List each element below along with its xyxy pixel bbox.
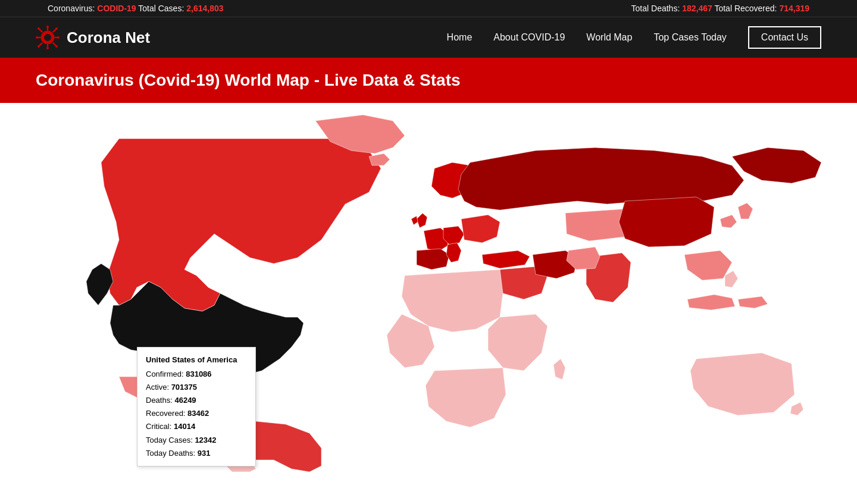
tooltip-critical-value: 14014 [174, 422, 195, 431]
tooltip-recovered-value: 83462 [187, 409, 209, 418]
indonesia2-path[interactable] [738, 296, 768, 308]
nav-topcases[interactable]: Top Cases Today [653, 32, 726, 43]
tooltip-today-cases: Today Cases: 12342 [146, 434, 247, 447]
tooltip-today-deaths-value: 931 [198, 449, 211, 458]
ticker-left: Coronavirus: CODID-19 Total Cases: 2,614… [48, 4, 224, 13]
page-title: Coronavirus (Covid-19) World Map - Live … [36, 71, 821, 90]
svg-point-3 [46, 26, 49, 28]
southern-africa-path[interactable] [426, 368, 506, 427]
country-tooltip: United States of America Confirmed: 8310… [137, 347, 256, 467]
tooltip-active: Active: 701375 [146, 381, 247, 394]
nav-home[interactable]: Home [447, 32, 473, 43]
japan-path[interactable] [738, 203, 753, 219]
tooltip-confirmed-value: 831086 [186, 370, 211, 378]
eastern-europe-path[interactable] [461, 215, 500, 243]
ticker-total-cases-value: 2,614,803 [186, 4, 223, 13]
russia-east-path[interactable] [732, 148, 821, 183]
tooltip-country-name: United States of America [146, 353, 247, 367]
ireland-path[interactable] [411, 216, 418, 225]
world-map-container: United States of America Confirmed: 8310… [0, 103, 857, 472]
svg-point-11 [37, 27, 40, 30]
alaska-path [86, 264, 113, 305]
germany-path[interactable] [443, 226, 464, 245]
tooltip-confirmed: Confirmed: 831086 [146, 368, 247, 381]
tooltip-active-value: 701375 [171, 383, 197, 392]
tooltip-critical: Critical: 14014 [146, 420, 247, 433]
tooltip-today-deaths: Today Deaths: 931 [146, 447, 247, 460]
madagascar-path[interactable] [553, 359, 565, 380]
australia-path[interactable] [690, 353, 795, 415]
italy-path[interactable] [446, 243, 461, 262]
ticker-right: Total Deaths: 182,467 Total Recovered: 7… [631, 4, 809, 13]
map-section: United States of America Confirmed: 8310… [0, 103, 857, 472]
svg-point-13 [55, 27, 58, 30]
svg-point-1 [44, 34, 51, 41]
svg-point-9 [57, 36, 60, 39]
tooltip-deaths-value: 46249 [174, 396, 196, 405]
svg-line-10 [39, 29, 42, 32]
tooltip-deaths: Deaths: 46249 [146, 394, 247, 407]
ticker-deaths-label: Total Deaths: [631, 4, 680, 13]
spain-path[interactable] [417, 249, 449, 270]
philippines-path[interactable] [725, 271, 738, 287]
svg-point-17 [55, 45, 58, 48]
svg-line-12 [54, 29, 57, 32]
navbar: Corona Net Home About COVID-19 World Map… [0, 17, 857, 58]
svg-line-16 [54, 43, 57, 46]
tooltip-today-cases-value: 12342 [195, 436, 216, 444]
korea-path[interactable] [720, 215, 737, 228]
east-africa-path[interactable] [488, 314, 548, 371]
ticker-total-cases-label: Total Cases: [138, 4, 184, 13]
tooltip-recovered: Recovered: 83462 [146, 407, 247, 420]
logo-icon [36, 26, 60, 49]
ticker-bar: Coronavirus: CODID-19 Total Cases: 2,614… [0, 0, 857, 17]
canada-path[interactable] [101, 139, 381, 311]
svg-point-7 [36, 36, 38, 39]
nav-about[interactable]: About COVID-19 [493, 32, 565, 43]
china-path[interactable] [619, 197, 714, 247]
ticker-covid-tag: CODID-19 [97, 4, 136, 13]
nav-links: Home About COVID-19 World Map Top Cases … [447, 26, 821, 49]
world-map-svg[interactable] [0, 103, 857, 472]
svg-line-14 [39, 43, 42, 46]
contact-us-button[interactable]: Contact Us [748, 26, 821, 49]
ticker-coronavirus-label: Coronavirus: [48, 4, 95, 13]
svg-point-5 [46, 47, 49, 49]
turkey-path[interactable] [482, 251, 530, 268]
nav-worldmap[interactable]: World Map [586, 32, 632, 43]
indonesia-path[interactable] [687, 295, 735, 310]
svg-point-15 [37, 45, 40, 48]
red-banner: Coronavirus (Covid-19) World Map - Live … [0, 58, 857, 103]
ticker-recovered-value: 714,319 [779, 4, 809, 13]
logo-text: Corona Net [67, 29, 150, 47]
nz-path[interactable] [790, 402, 803, 415]
uk-path[interactable] [417, 213, 427, 228]
ticker-deaths-value: 182,467 [682, 4, 712, 13]
ticker-recovered-label: Total Recovered: [714, 4, 777, 13]
logo[interactable]: Corona Net [36, 26, 150, 49]
